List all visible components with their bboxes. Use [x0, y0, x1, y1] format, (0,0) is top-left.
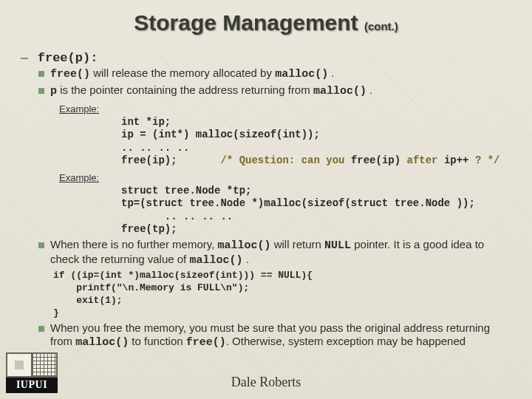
text: is the pointer containing the address re… — [57, 83, 313, 96]
example-label-1: Example: — [59, 103, 514, 115]
code-block-3: if ((ip=(int *)malloc(sizeof(int))) == N… — [53, 270, 514, 320]
text: When there is no further memory, — [50, 238, 217, 250]
code-malloc: malloc() — [313, 85, 366, 98]
code-block-2: struct tree.Node *tp; tp=(struct tree.No… — [121, 185, 514, 236]
code-malloc: malloc() — [217, 239, 270, 252]
iupui-logo: IUPUI — [6, 352, 58, 393]
code-free: free() — [186, 336, 226, 349]
text: will release the memory allocated by — [90, 66, 275, 79]
code-p: p — [50, 85, 57, 98]
code-null: NULL — [324, 239, 351, 252]
slide-title: Storage Management (cont.) — [18, 10, 514, 35]
logo-text: IUPUI — [6, 378, 58, 393]
footer-author: Dale Roberts — [0, 375, 532, 390]
code-block-1: int *ip; ip = (int*) malloc(sizeof(int))… — [121, 116, 514, 168]
bullet-4: When you free the memory, you must be su… — [38, 321, 514, 351]
text: . — [366, 83, 372, 96]
text: . Otherwise, system exception may be hap… — [226, 335, 466, 347]
code-free: free() — [50, 68, 90, 81]
example-label-2: Example: — [59, 172, 514, 183]
bullet-1: free() will release the memory allocated… — [38, 66, 514, 82]
code-malloc: malloc() — [75, 336, 129, 349]
text: to function — [129, 335, 186, 347]
free-code: free(p): — [38, 51, 98, 65]
code-malloc: malloc() — [189, 254, 242, 267]
text: . — [242, 253, 248, 265]
heading-free: free(p): — [21, 50, 514, 65]
bullet-3: When there is no further memory, malloc(… — [38, 238, 514, 269]
title-cont: (cont.) — [364, 20, 398, 33]
text: . — [328, 66, 334, 79]
title-main: Storage Management — [134, 10, 358, 35]
text: will return — [271, 238, 325, 250]
bullet-2: p is the pointer containing the address … — [38, 83, 514, 99]
logo-graphic — [6, 352, 58, 378]
code-malloc: malloc() — [275, 68, 328, 81]
